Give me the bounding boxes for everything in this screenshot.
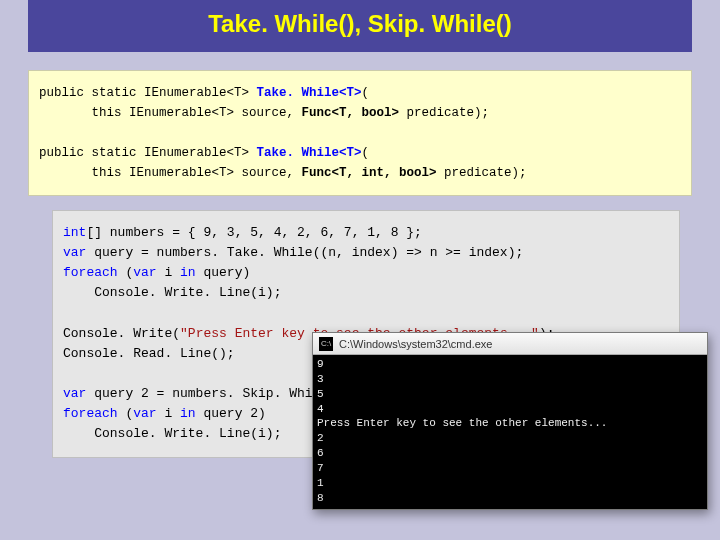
code-text: [] numbers = { 9, 3, 5, 4, 2, 6, 7, 1, 8… [86, 225, 421, 240]
code-text: Console. Write. Line(i); [63, 426, 281, 441]
code-text: ( [118, 265, 134, 280]
cmd-window: C:\ C:\Windows\system32\cmd.exe 9 3 5 4 … [312, 332, 708, 510]
kw-var: var [133, 265, 156, 280]
sig-text: predicate); [399, 106, 489, 120]
kw-foreach: foreach [63, 265, 118, 280]
kw-int: int [63, 225, 86, 240]
code-text: Console. Read. Line(); [63, 346, 235, 361]
sig-method: Take. While<T> [257, 86, 362, 100]
code-text: i [157, 406, 180, 421]
code-text: ( [118, 406, 134, 421]
code-text: query 2) [196, 406, 266, 421]
kw-foreach: foreach [63, 406, 118, 421]
code-text: i [157, 265, 180, 280]
sig-text: public static IEnumerable<T> [39, 86, 257, 100]
code-text: Console. Write( [63, 326, 180, 341]
kw-var: var [133, 406, 156, 421]
kw-var: var [63, 245, 86, 260]
cmd-title-text: C:\Windows\system32\cmd.exe [339, 338, 492, 350]
kw-var: var [63, 386, 86, 401]
cmd-title-bar: C:\ C:\Windows\system32\cmd.exe [313, 333, 707, 355]
code-text: query = numbers. Take. While((n, index) … [86, 245, 523, 260]
sig-text: predicate); [437, 166, 527, 180]
cmd-icon: C:\ [319, 337, 333, 351]
sig-func: Func<T, bool> [302, 106, 400, 120]
sig-indent: this IEnumerable<T> source, [39, 166, 302, 180]
sig-method: Take. While<T> [257, 146, 362, 160]
signature-box: public static IEnumerable<T> Take. While… [28, 70, 692, 196]
sig-text: public static IEnumerable<T> [39, 146, 257, 160]
sig-func: Func<T, int, bool> [302, 166, 437, 180]
cmd-output: 9 3 5 4 Press Enter key to see the other… [313, 355, 707, 509]
kw-in: in [180, 265, 196, 280]
sig-indent: this IEnumerable<T> source, [39, 106, 302, 120]
code-text: query) [196, 265, 251, 280]
sig-text: ( [362, 146, 370, 160]
code-text: Console. Write. Line(i); [63, 285, 281, 300]
sig-text: ( [362, 86, 370, 100]
slide-title: Take. While(), Skip. While() [28, 0, 692, 52]
kw-in: in [180, 406, 196, 421]
